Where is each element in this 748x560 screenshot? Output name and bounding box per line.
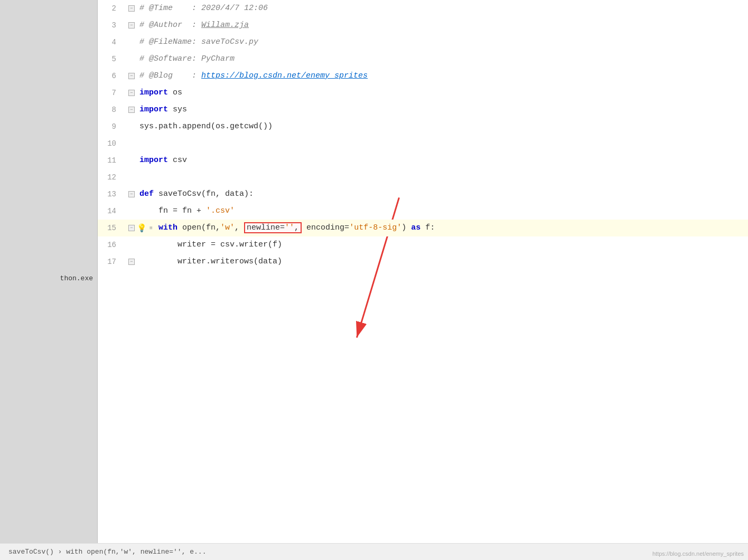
left-sidebar: thon.exe xyxy=(0,0,98,543)
line-num-5: 5 xyxy=(98,55,127,63)
code-line-9: 9 sys.path.append(os.getcwd()) xyxy=(98,118,748,135)
fold-13[interactable]: − xyxy=(127,191,136,197)
line-7-content: import os xyxy=(136,84,748,101)
status-bar: saveToCsv() › with open(fn,'w', newline=… xyxy=(0,543,748,560)
line-4-content: # @FileName: saveToCsv.py xyxy=(136,34,748,51)
line-2-content: # @Time : 2020/4/7 12:06 xyxy=(136,0,748,17)
sidebar-label: thon.exe xyxy=(56,272,97,284)
fold-6[interactable]: − xyxy=(127,73,136,79)
fold-2[interactable]: − xyxy=(127,5,136,12)
line-num-8: 8 xyxy=(98,106,127,114)
line-num-15: 15 xyxy=(98,224,127,232)
line-num-10: 10 xyxy=(98,139,127,148)
code-line-7: 7 − import os xyxy=(98,84,748,101)
code-line-3: 3 − # @Author : Willam.zja xyxy=(98,17,748,34)
line-13-content: def saveToCsv(fn, data): xyxy=(136,186,748,203)
code-area[interactable]: 2 − # @Time : 2020/4/7 12:06 3 − # @Auth… xyxy=(98,0,748,543)
line-num-14: 14 xyxy=(98,207,127,215)
line-num-12: 12 xyxy=(98,173,127,182)
line-8-content: import sys xyxy=(136,101,748,118)
lightbulb-icon[interactable]: 💡 xyxy=(137,223,147,233)
fold-7[interactable]: − xyxy=(127,90,136,96)
blog-url-link[interactable]: https://blog.csdn.net/enemy_sprites xyxy=(201,71,368,80)
line-17-content: writer.writerows(data) xyxy=(136,253,748,270)
code-line-16: 16 writer = csv.writer(f) xyxy=(98,236,748,253)
editor-container: thon.exe 2 − # @Time : 2020/4/7 12:06 xyxy=(0,0,748,543)
fold-3[interactable]: − xyxy=(127,22,136,29)
line-num-2: 2 xyxy=(98,4,127,13)
line-num-13: 13 xyxy=(98,190,127,198)
code-line-6: 6 − # @Blog : https://blog.csdn.net/enem… xyxy=(98,68,748,84)
line-16-content: writer = csv.writer(f) xyxy=(136,236,748,253)
line-num-7: 7 xyxy=(98,89,127,97)
line-num-17: 17 xyxy=(98,258,127,266)
code-line-2: 2 − # @Time : 2020/4/7 12:06 xyxy=(98,0,748,17)
fold-15[interactable]: − xyxy=(127,225,136,231)
line-9-content: sys.path.append(os.getcwd()) xyxy=(136,118,748,135)
line-15-content: with open(fn,'w', newline='', encoding='… xyxy=(155,220,748,236)
line-14-content: fn = fn + '.csv' xyxy=(136,203,748,220)
status-bar-text: saveToCsv() › with open(fn,'w', newline=… xyxy=(8,548,206,556)
line-num-11: 11 xyxy=(98,156,127,165)
code-line-17: 17 − writer.writerows(data) xyxy=(98,253,748,270)
line-5-content: # @Software: PyCharm xyxy=(136,51,748,68)
code-line-15: 15 − 💡 ≡ with open(fn,'w', newline='', e… xyxy=(98,220,748,236)
line-num-6: 6 xyxy=(98,72,127,80)
code-line-8: 8 − import sys xyxy=(98,101,748,118)
code-line-14: 14 fn = fn + '.csv' xyxy=(98,203,748,220)
code-line-4: 4 # @FileName: saveToCsv.py xyxy=(98,34,748,51)
line-11-content: import csv xyxy=(136,152,748,169)
watermark: https://blog.csdn.net/enemy_sprites xyxy=(652,550,744,557)
line-num-9: 9 xyxy=(98,122,127,131)
code-line-11: 11 import csv xyxy=(98,152,748,169)
fold-8[interactable]: − xyxy=(127,107,136,113)
code-line-10: 10 xyxy=(98,135,748,152)
code-line-12: 12 xyxy=(98,169,748,186)
line-6-content: # @Blog : https://blog.csdn.net/enemy_sp… xyxy=(136,68,748,84)
dot-menu[interactable]: ≡ xyxy=(147,225,155,231)
lightbulb-container: 💡 xyxy=(136,223,147,233)
line-num-4: 4 xyxy=(98,38,127,46)
line-num-16: 16 xyxy=(98,241,127,249)
code-lines: 2 − # @Time : 2020/4/7 12:06 3 − # @Auth… xyxy=(98,0,748,270)
line-3-content: # @Author : Willam.zja xyxy=(136,17,748,34)
line-num-3: 3 xyxy=(98,21,127,30)
code-line-13: 13 − def saveToCsv(fn, data): xyxy=(98,186,748,203)
fold-17[interactable]: − xyxy=(127,259,136,265)
code-line-5: 5 # @Software: PyCharm xyxy=(98,51,748,68)
